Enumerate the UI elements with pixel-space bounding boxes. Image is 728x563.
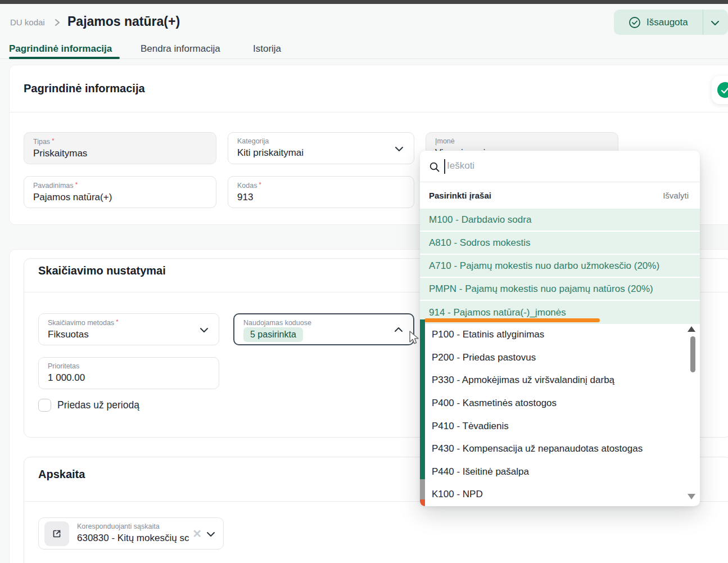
window-top-strip — [0, 0, 728, 4]
kodas-label: Kodas — [237, 182, 257, 190]
clear-selection-link[interactable]: Išvalyti — [663, 191, 689, 200]
search-input[interactable]: Ieškoti — [447, 160, 474, 172]
external-link-icon — [51, 528, 62, 539]
check-icon — [721, 87, 728, 94]
selected-items-header: Pasirinkti įrašai Išvalyti — [420, 183, 700, 209]
selected-item[interactable]: A710 - Pajamų mokestis nuo darbo užmokes… — [420, 255, 700, 278]
page-title: Pajamos natūra(+) — [67, 14, 180, 29]
selected-item[interactable]: M100 - Darbdavio sodra — [420, 209, 700, 232]
koduose-label: Naudojamas koduose — [243, 319, 404, 327]
list-item[interactable]: P400 - Kasmetinės atostogos — [425, 392, 695, 415]
section-title-skaiciavimo: Skaičiavimo nustatymai — [38, 264, 166, 277]
list-item[interactable]: P100 - Etatinis atlyginimas — [425, 323, 695, 346]
tipas-field: Tipas * Priskaitymas — [24, 132, 216, 164]
prioritetas-label: Prioritetas — [48, 362, 210, 370]
scrollbar-down-arrow[interactable] — [688, 494, 695, 499]
list-item[interactable]: K100 - NPD — [425, 483, 695, 506]
chevron-down-icon[interactable] — [711, 20, 720, 26]
imone-label: Įmonė — [435, 137, 609, 145]
drag-indicator-bar — [424, 318, 600, 322]
breadcrumb-du-kodai[interactable]: DU kodai — [10, 17, 45, 27]
selected-count-badge: 5 pasirinkta — [243, 327, 303, 342]
selected-item[interactable]: A810 - Sodros mokestis — [420, 232, 700, 255]
selected-header-label: Pasirinkti įrašai — [429, 191, 491, 200]
breadcrumb-chevron-icon — [54, 19, 61, 26]
dropdown-search-row[interactable]: Ieškoti — [420, 151, 700, 182]
chevron-down-icon — [395, 146, 404, 152]
external-link-icon-box[interactable] — [44, 521, 69, 546]
search-icon — [429, 161, 440, 173]
checkbox-label: Priedas už periodą — [57, 399, 139, 411]
priedas-uz-perioda-checkbox[interactable] — [38, 399, 51, 412]
metodas-value: Fiksuotas — [48, 329, 210, 340]
selected-item[interactable]: PMPN - Pajamų mokestis nuo pajamų natūro… — [420, 278, 700, 301]
clear-x-icon[interactable]: ✕ — [192, 527, 202, 541]
tipas-value: Priskaitymas — [33, 148, 207, 159]
mouse-cursor — [408, 330, 421, 346]
chevron-up-icon — [394, 327, 403, 332]
list-item[interactable]: P200 - Priedas pastovus — [425, 346, 695, 370]
active-tab-underline — [9, 57, 120, 59]
pavadinimas-label: Pavadinimas — [33, 182, 74, 190]
tipas-label: Tipas — [33, 138, 50, 146]
pavadinimas-value: Pajamos natūra(+) — [33, 192, 207, 203]
tab-bendra-informacija[interactable]: Bendra informacija — [141, 43, 220, 55]
naudojamas-koduose-multiselect[interactable]: Naudojamas koduose 5 pasirinkta — [233, 313, 414, 345]
scrollbar-thumb[interactable] — [690, 336, 695, 372]
list-item[interactable]: P440 - Išeitinė pašalpa — [425, 461, 695, 484]
tab-istorija[interactable]: Istorija — [253, 43, 281, 55]
saved-button[interactable]: Išsaugota — [614, 10, 728, 35]
button-divider — [703, 10, 703, 35]
options-list: P100 - Etatinis atlyginimas P200 - Pried… — [425, 323, 695, 506]
kategorija-select[interactable]: Kategorija Kiti priskaitymai — [228, 132, 414, 164]
list-item[interactable]: P410 - Tėvadienis — [425, 415, 695, 438]
kodas-input[interactable]: Kodas * 913 — [228, 176, 414, 208]
page: DU kodai Pajamos natūra(+) Išsaugota Pag… — [0, 0, 728, 563]
koresponduojanti-saskaita-select[interactable]: Koresponduojanti sąskaita 630830 - Kitų … — [38, 517, 224, 550]
scrollbar-up-arrow[interactable] — [688, 326, 695, 332]
metodas-label: Skaičiavimo metodas — [48, 319, 114, 327]
kodas-value: 913 — [237, 192, 405, 203]
list-item[interactable]: P330 - Apmokėjimas už viršvalandinį darb… — [425, 369, 695, 392]
section-title-apskaita: Apskaita — [38, 468, 85, 481]
section-divider — [10, 112, 728, 112]
selected-items-list: M100 - Darbdavio sodra A810 - Sodros mok… — [420, 209, 700, 324]
list-item[interactable]: P430 - Kompensacija už nepanaudotas atos… — [425, 438, 695, 461]
pavadinimas-input[interactable]: Pavadinimas * Pajamos natūra(+) — [24, 176, 216, 208]
prioritetas-input[interactable]: Prioritetas 1 000.00 — [38, 357, 219, 389]
chevron-down-icon — [200, 327, 209, 333]
skaiciavimo-metodas-select[interactable]: Skaičiavimo metodas * Fiksuotas — [38, 313, 219, 345]
kategorija-value: Kiti priskaitymai — [237, 147, 405, 159]
text-caret — [444, 159, 445, 174]
multiselect-dropdown-panel: Ieškoti Pasirinkti įrašai Išvalyti M100 … — [420, 151, 700, 506]
left-scroll-strip-gray[interactable] — [420, 479, 425, 499]
section-status-button[interactable] — [712, 76, 728, 104]
koresponduojanti-value: 630830 - Kitų mokesčių sc — [77, 533, 205, 544]
kategorija-label: Kategorija — [237, 137, 405, 145]
check-circle-icon — [628, 16, 641, 29]
section-title-pagrindine: Pagrindinė informacija — [24, 82, 145, 95]
tab-pagrindine-informacija[interactable]: Pagrindinė informacija — [9, 43, 112, 55]
chevron-down-icon — [206, 532, 215, 537]
saved-button-label: Išsaugota — [646, 17, 688, 28]
prioritetas-value: 1 000.00 — [48, 372, 210, 384]
